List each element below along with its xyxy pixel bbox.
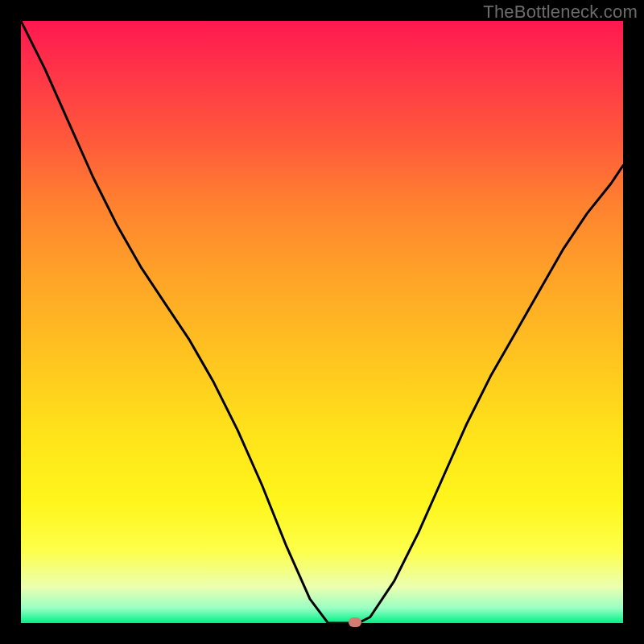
watermark-text: TheBottleneck.com [483, 2, 638, 23]
optimum-marker [349, 617, 361, 627]
bottleneck-curve [21, 21, 623, 623]
plot-area [21, 21, 623, 623]
chart-frame: TheBottleneck.com [0, 0, 644, 644]
